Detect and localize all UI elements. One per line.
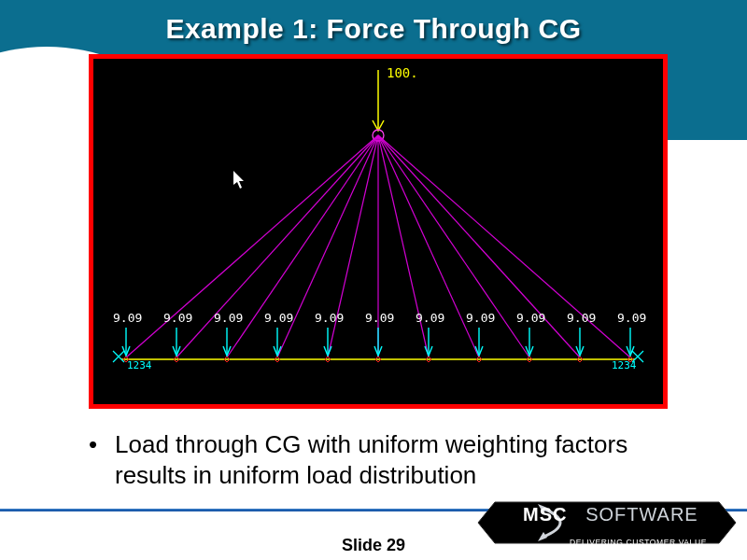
bullet-dot: • [89,429,115,490]
svg-line-4 [227,135,378,357]
node-force-label: 9.09 [516,311,545,325]
bullet-item: • Load through CG with uniform weighting… [89,429,700,490]
axis-right-label: 1234 [612,359,637,371]
node-force-label: 9.09 [365,311,394,325]
logo-brand-a: MSC [523,504,567,525]
node-force-label: 9.09 [264,311,293,325]
diagram-frame: 100. [89,54,668,409]
slide-title: Example 1: Force Through CG [0,13,747,45]
logo-tagline: DELIVERING CUSTOMER VALUE [570,538,707,547]
node-force-label: 9.09 [466,311,495,325]
node-force-label: 9.09 [567,311,596,325]
bullet-text: Load through CG with uniform weighting f… [115,429,700,490]
applied-force-label: 100. [387,65,418,80]
logo-brand-b: SOFTWARE [585,504,698,525]
msc-software-logo: MSC SOFTWARE DELIVERING CUSTOMER VALUE [476,497,738,554]
node-force-label: 9.09 [617,311,646,325]
node-force-label: 9.09 [214,311,243,325]
logo-text: MSC SOFTWARE [523,504,698,525]
node-force-label: 9.09 [113,311,142,325]
node-force-label: 9.09 [163,311,192,325]
axis-left-label: 1234 [127,359,152,371]
fea-viewport: 100. [93,59,663,404]
cursor-icon [233,171,247,189]
bullet-list: • Load through CG with uniform weighting… [89,429,700,490]
force-diagram: 100. [93,59,663,404]
node-force-label: 9.09 [315,311,344,325]
svg-line-10 [378,135,529,357]
node-force-label: 9.09 [416,311,444,325]
